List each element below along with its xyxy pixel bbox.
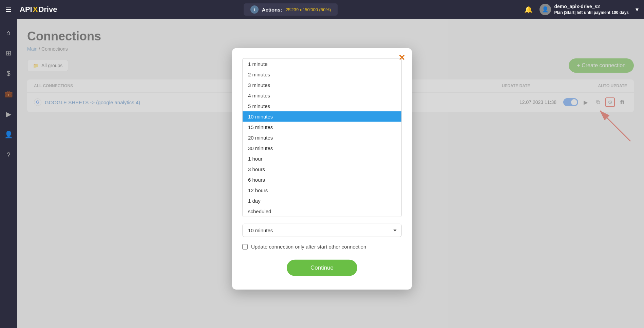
option-1-hour[interactable]: 1 hour: [243, 153, 401, 164]
interval-select[interactable]: 10 minutes: [242, 224, 402, 237]
option-4-minutes[interactable]: 4 minutes: [243, 90, 401, 101]
logo-x: X: [33, 5, 38, 14]
sidebar-item-play[interactable]: ▶: [2, 107, 15, 121]
option-scheduled[interactable]: scheduled: [243, 206, 401, 217]
option-20-minutes[interactable]: 20 minutes: [243, 132, 401, 143]
sidebar-item-help[interactable]: ?: [2, 148, 15, 162]
navbar-right: 🔔 👤 demo_apix-drive_s2 Plan |Start| left…: [524, 3, 639, 16]
option-1-minute[interactable]: 1 minute: [243, 59, 401, 69]
actions-box: i Actions: 25'239 of 50'000 (50%): [244, 3, 338, 16]
option-10-minutes[interactable]: 10 minutes: [243, 111, 401, 122]
option-12-hours[interactable]: 12 hours: [243, 185, 401, 196]
plan-text: Plan |Start| left until payment 100 days: [554, 10, 629, 16]
user-menu[interactable]: 👤 demo_apix-drive_s2 Plan |Start| left u…: [539, 3, 629, 16]
navbar: ☰ APIXDrive i Actions: 25'239 of 50'000 …: [0, 0, 644, 19]
sidebar: ⌂ ⊞ $ 💼 ▶ 👤 ?: [0, 19, 17, 328]
option-3-minutes[interactable]: 3 minutes: [243, 80, 401, 90]
interval-dropdown-list[interactable]: 1 minute 2 minutes 3 minutes 4 minutes 5…: [242, 58, 402, 217]
modal: ✕ 1 minute 2 minutes 3 minutes 4 minutes…: [232, 48, 412, 290]
option-6-hours[interactable]: 6 hours: [243, 175, 401, 185]
avatar: 👤: [539, 4, 551, 15]
user-info: demo_apix-drive_s2 Plan |Start| left unt…: [554, 3, 629, 16]
checkbox-label[interactable]: Update connection only after start other…: [251, 244, 366, 250]
chevron-down-icon[interactable]: ▾: [636, 6, 639, 13]
update-after-checkbox[interactable]: [242, 244, 248, 249]
logo-drive: Drive: [38, 5, 57, 14]
actions-count: 25'239 of 50'000 (50%): [286, 7, 331, 12]
actions-label: Actions:: [262, 7, 282, 13]
modal-close-button[interactable]: ✕: [398, 54, 405, 62]
sidebar-item-briefcase[interactable]: 💼: [2, 87, 15, 101]
logo-api: API: [20, 5, 32, 14]
username: demo_apix-drive_s2: [554, 3, 629, 10]
option-5-minutes[interactable]: 5 minutes: [243, 101, 401, 111]
option-30-minutes[interactable]: 30 minutes: [243, 143, 401, 153]
bell-icon[interactable]: 🔔: [524, 5, 533, 14]
sidebar-item-home[interactable]: ⌂: [2, 26, 15, 39]
hamburger-icon[interactable]: ☰: [5, 5, 12, 14]
option-15-minutes[interactable]: 15 minutes: [243, 122, 401, 132]
checkbox-row: Update connection only after start other…: [242, 244, 402, 250]
continue-button[interactable]: Continue: [287, 260, 357, 276]
logo: APIXDrive: [20, 5, 57, 14]
sidebar-item-user[interactable]: 👤: [2, 128, 15, 141]
option-2-minutes[interactable]: 2 minutes: [243, 69, 401, 80]
sidebar-item-grid[interactable]: ⊞: [2, 46, 15, 60]
info-icon: i: [250, 5, 259, 14]
option-1-day[interactable]: 1 day: [243, 196, 401, 206]
navbar-center: i Actions: 25'239 of 50'000 (50%): [62, 3, 518, 16]
option-3-hours[interactable]: 3 hours: [243, 164, 401, 175]
sidebar-item-dollar[interactable]: $: [2, 67, 15, 80]
